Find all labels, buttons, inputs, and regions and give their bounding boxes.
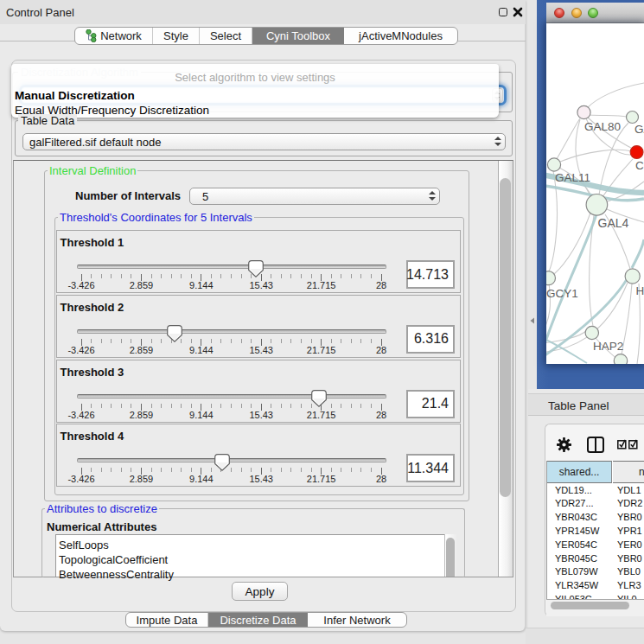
svg-text:C: C [635, 159, 644, 172]
svg-text:GAL4: GAL4 [598, 216, 629, 230]
svg-text:GCY1: GCY1 [546, 287, 578, 300]
svg-text:GA: GA [634, 123, 644, 136]
svg-text:H: H [636, 284, 644, 297]
svg-text:GAL80: GAL80 [584, 120, 621, 133]
svg-text:HAP2: HAP2 [593, 340, 623, 353]
svg-text:GAL11: GAL11 [555, 171, 590, 184]
